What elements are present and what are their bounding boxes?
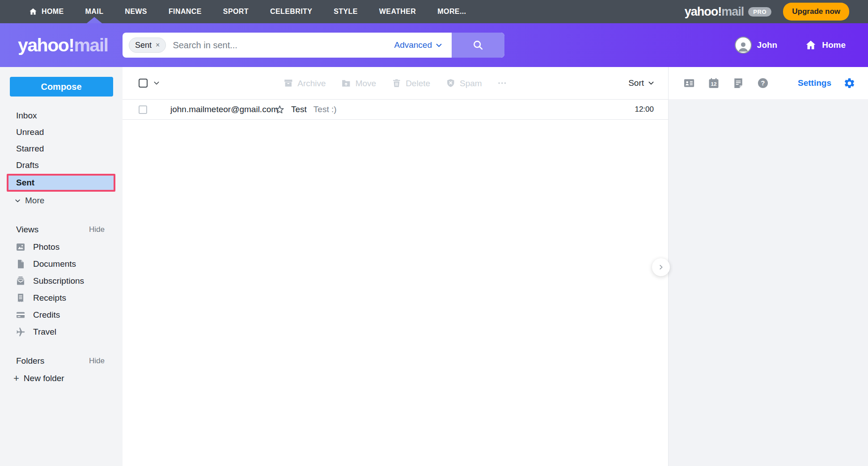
nav-item-finance[interactable]: FINANCE xyxy=(158,0,212,23)
sidebar-item-receipts[interactable]: Receipts xyxy=(0,290,123,306)
delete-icon xyxy=(391,78,402,88)
avatar xyxy=(735,37,752,54)
message-subject: Test xyxy=(291,105,307,114)
calendar-icon[interactable]: 12 xyxy=(707,77,720,89)
logo-mail: mail xyxy=(74,35,108,55)
views-list: Photos Documents Subscriptions Receipts … xyxy=(0,239,123,340)
receipts-icon xyxy=(15,293,26,303)
empty-list-space xyxy=(123,120,668,466)
sidebar-item-inbox[interactable]: Inbox xyxy=(0,107,123,124)
star-icon[interactable] xyxy=(274,104,285,115)
sidebar-item-subscriptions[interactable]: Subscriptions xyxy=(0,273,123,290)
chip-close-icon[interactable]: × xyxy=(156,42,160,49)
search-input[interactable] xyxy=(166,40,394,50)
sidebar-item-unread[interactable]: Unread xyxy=(0,124,123,140)
view-item-label: Subscriptions xyxy=(33,276,84,286)
message-row[interactable]: john.mailmeteor@gmail.com Test Test :) 1… xyxy=(123,99,668,120)
yahoo-mail-pro-logo: yahoo!mail PRO xyxy=(685,5,772,19)
nav-item-label: HOME xyxy=(42,8,64,16)
more-actions-button[interactable] xyxy=(497,78,508,88)
top-navigation: HOME MAIL NEWS FINANCE SPORT CELEBRITY S… xyxy=(0,0,868,23)
compose-button[interactable]: Compose xyxy=(10,77,113,97)
chip-label: Sent xyxy=(135,41,152,50)
sidebar-item-travel[interactable]: Travel xyxy=(0,323,123,340)
account-menu[interactable]: John xyxy=(735,37,777,54)
move-button[interactable]: Move xyxy=(341,78,376,88)
chevron-down-icon xyxy=(435,42,443,49)
upgrade-now-button[interactable]: Upgrade now xyxy=(783,3,849,21)
delete-button[interactable]: Delete xyxy=(391,78,430,88)
chevron-down-icon xyxy=(648,80,655,87)
notepad-icon[interactable] xyxy=(732,77,745,89)
brand-area: yahoo!mail xyxy=(0,35,123,56)
view-item-label: Credits xyxy=(33,310,60,320)
nav-item-sport[interactable]: SPORT xyxy=(212,0,259,23)
logo-yahoo-text: yahoo!mail xyxy=(685,5,744,19)
credits-icon xyxy=(15,310,26,320)
more-horizontal-icon xyxy=(497,78,508,88)
documents-icon xyxy=(15,259,26,269)
folders-hide-link[interactable]: Hide xyxy=(89,357,105,365)
select-options-toggle[interactable] xyxy=(153,80,160,87)
nav-item-celebrity[interactable]: CELEBRITY xyxy=(259,0,323,23)
yahoo-mail-logo[interactable]: yahoo!mail xyxy=(18,35,108,55)
nav-item-label: FINANCE xyxy=(169,8,202,16)
select-all-checkbox[interactable] xyxy=(139,79,148,88)
folder-list: Inbox Unread Starred Drafts Sent More xyxy=(0,107,123,209)
sidebar-item-drafts[interactable]: Drafts xyxy=(0,157,123,173)
views-hide-link[interactable]: Hide xyxy=(89,225,105,234)
sidebar-item-sent[interactable]: Sent xyxy=(7,174,115,192)
chevron-right-icon xyxy=(657,263,665,271)
folders-section-header: Folders Hide xyxy=(0,356,123,366)
top-nav-right: yahoo!mail PRO Upgrade now xyxy=(685,3,868,21)
sort-dropdown[interactable]: Sort xyxy=(628,78,655,88)
sidebar-item-starred[interactable]: Starred xyxy=(0,140,123,157)
advanced-search-toggle[interactable]: Advanced xyxy=(394,40,443,50)
logo-yahoo: yahoo! xyxy=(685,5,722,18)
list-toolbar: Archive Move Delete Spam xyxy=(123,67,668,99)
home-link[interactable]: Home xyxy=(805,39,846,51)
delete-label: Delete xyxy=(406,78,430,88)
plus-icon: + xyxy=(13,373,19,384)
nav-item-label: NEWS xyxy=(125,8,147,16)
help-icon[interactable]: ? xyxy=(757,77,769,89)
sidebar-item-photos[interactable]: Photos xyxy=(0,239,123,256)
search-scope-chip[interactable]: Sent × xyxy=(129,38,166,53)
calendar-day: 12 xyxy=(711,81,717,87)
nav-item-news[interactable]: NEWS xyxy=(114,0,158,23)
nav-item-more[interactable]: MORE... xyxy=(427,0,477,23)
sidebar: Compose Inbox Unread Starred Drafts Sent… xyxy=(0,67,123,466)
view-item-label: Travel xyxy=(33,327,56,337)
sidebar-more-toggle[interactable]: More xyxy=(0,192,123,209)
nav-item-weather[interactable]: WEATHER xyxy=(368,0,427,23)
nav-item-mail[interactable]: MAIL xyxy=(75,0,114,23)
archive-button[interactable]: Archive xyxy=(283,78,326,88)
photos-icon xyxy=(15,242,26,252)
search-button[interactable] xyxy=(452,33,504,58)
settings-link[interactable]: Settings xyxy=(798,78,831,88)
nav-item-label: MAIL xyxy=(85,8,104,16)
chevron-down-icon xyxy=(14,197,21,204)
person-icon xyxy=(737,39,750,53)
spam-button[interactable]: Spam xyxy=(445,78,482,88)
nav-item-home[interactable]: HOME xyxy=(18,0,75,23)
contacts-icon[interactable] xyxy=(683,77,695,89)
expand-panel-button[interactable] xyxy=(652,258,670,276)
archive-label: Archive xyxy=(297,78,326,88)
home-icon xyxy=(805,39,817,51)
more-label: More xyxy=(25,196,44,206)
mail-header: yahoo!mail Sent × Advanced John xyxy=(0,23,868,67)
nav-item-style[interactable]: STYLE xyxy=(323,0,368,23)
nav-item-label: STYLE xyxy=(334,8,358,16)
subscriptions-icon xyxy=(15,276,26,286)
new-folder-label: New folder xyxy=(24,374,64,383)
sidebar-item-credits[interactable]: Credits xyxy=(0,306,123,323)
sidebar-item-documents[interactable]: Documents xyxy=(0,256,123,273)
view-item-label: Receipts xyxy=(33,293,66,303)
new-folder-button[interactable]: + New folder xyxy=(0,370,123,387)
gear-icon[interactable] xyxy=(843,77,855,89)
sort-label: Sort xyxy=(628,78,644,88)
right-panel-header: 12 ? Settings xyxy=(669,67,868,99)
yahoo-mail-app: HOME MAIL NEWS FINANCE SPORT CELEBRITY S… xyxy=(0,0,868,466)
message-checkbox[interactable] xyxy=(139,105,147,114)
